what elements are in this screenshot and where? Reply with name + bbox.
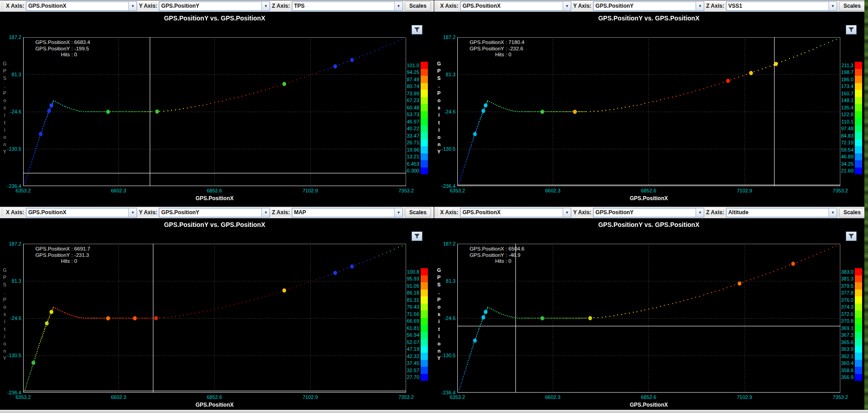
y-axis-label: Y Axis: — [573, 209, 591, 216]
z-axis-dropdown[interactable]: TPS ▼ — [292, 1, 403, 11]
chart-panel-altitude: X Axis: GPS.PositionX ▼ Y Axis: GPS.Posi… — [434, 206, 868, 413]
colorbar-row: 94.25 — [397, 69, 428, 76]
x-tick-label: 6353.2 — [446, 188, 469, 193]
colorbar-row: 32.57 — [397, 367, 428, 374]
z-axis-label: Z Axis: — [272, 3, 290, 9]
colorbar-color-cell — [421, 353, 428, 360]
colorbar-row: 67.23 — [397, 97, 428, 104]
plot-title: GPS.PositionY vs. GPS.PositionX — [457, 15, 840, 22]
colorbar-row: 59.54 — [831, 146, 863, 153]
y-tick-label: 81.3 — [434, 72, 456, 77]
chevron-down-icon[interactable]: ▼ — [261, 2, 270, 10]
y-axis-dropdown[interactable]: GPS.PositionY ▼ — [159, 1, 270, 11]
x-axis-dropdown[interactable]: GPS.PositionX ▼ — [26, 208, 137, 217]
y-tick-label: -130.5 — [434, 353, 456, 358]
toolbar-grip-handle[interactable] — [435, 2, 438, 10]
colorbar-color-cell — [855, 275, 862, 283]
chart-panel-tps: X Axis: GPS.PositionX ▼ Y Axis: GPS.Posi… — [0, 0, 434, 206]
scatter-plot-canvas[interactable] — [0, 12, 434, 206]
colorbar-row: 87.49 — [397, 76, 428, 83]
colorbar-row: 211.3 — [831, 62, 863, 69]
scales-button[interactable]: Scales — [405, 208, 431, 217]
colorbar-color-cell — [855, 339, 862, 346]
scatter-plot-canvas[interactable] — [434, 12, 868, 206]
colorbar-row: 19.96 — [397, 146, 428, 153]
colorbar-row: 186.0 — [831, 76, 863, 83]
x-axis-dropdown[interactable]: GPS.PositionX ▼ — [460, 208, 571, 217]
funnel-icon — [848, 233, 854, 239]
chevron-down-icon[interactable]: ▼ — [563, 208, 571, 217]
colorbar-row: 135.4 — [831, 104, 863, 111]
scales-button[interactable]: Scales — [839, 1, 865, 11]
colorbar-tick-label: 198.7 — [831, 69, 855, 75]
colorbar-row: 101.0 — [397, 62, 428, 69]
chevron-down-icon[interactable]: ▼ — [394, 208, 402, 217]
y-tick-label: 187.2 — [0, 241, 21, 246]
x-tick-label: 7353.2 — [394, 188, 418, 193]
colorbar-row: 97.48 — [831, 125, 863, 133]
chevron-down-icon[interactable]: ▼ — [829, 2, 837, 10]
colorbar-tick-label: 52.07 — [397, 339, 421, 345]
y-tick-label: 81.3 — [434, 278, 456, 284]
x-tick-label: 7353.2 — [829, 394, 852, 400]
colorbar-row: 379.5 — [831, 282, 863, 290]
colorbar-row: 381.3 — [831, 275, 863, 283]
colorbar-tick-label: 37.45 — [397, 360, 421, 366]
scatter-plot-canvas[interactable] — [0, 218, 434, 413]
z-axis-dropdown[interactable]: Altitude ▼ — [726, 208, 837, 217]
filter-button[interactable] — [412, 231, 422, 241]
colorbar-tick-label: 60.48 — [397, 105, 421, 110]
y-axis-dropdown[interactable]: GPS.PositionY ▼ — [593, 1, 704, 11]
toolbar-grip-handle[interactable] — [435, 208, 438, 216]
colorbar-tick-label: 91.05 — [397, 283, 421, 289]
z-axis-dropdown[interactable]: MAP ▼ — [292, 208, 403, 217]
colorbar-color-cell — [421, 324, 428, 332]
colorbar-row: 383.0 — [831, 268, 863, 275]
chevron-down-icon[interactable]: ▼ — [394, 2, 402, 10]
chevron-down-icon[interactable]: ▼ — [696, 2, 704, 10]
scatter-plot-canvas[interactable] — [434, 218, 868, 413]
x-axis-dropdown[interactable]: GPS.PositionX ▼ — [26, 1, 137, 11]
y-axis-dropdown[interactable]: GPS.PositionY ▼ — [159, 208, 270, 217]
toolbar-grip-handle[interactable] — [1, 2, 4, 10]
colorbar-color-cell — [421, 167, 428, 175]
colorbar-row: 53.73 — [397, 111, 428, 118]
chevron-down-icon[interactable]: ▼ — [829, 208, 837, 217]
chevron-down-icon[interactable]: ▼ — [128, 2, 137, 10]
colorbar-color-cell — [855, 160, 862, 167]
colorbar-row: 122.8 — [831, 111, 863, 118]
chevron-down-icon[interactable]: ▼ — [261, 208, 270, 217]
colorbar-color-cell — [421, 310, 428, 318]
z-axis-dropdown[interactable]: VSS1 ▼ — [726, 1, 837, 11]
colorbar-color-cell — [855, 282, 862, 290]
colorbar-color-cell — [855, 62, 862, 69]
chevron-down-icon[interactable]: ▼ — [563, 2, 571, 10]
filter-button[interactable] — [846, 231, 857, 241]
colorbar-row: 370.8 — [831, 318, 863, 325]
x-tick-label: 6602.3 — [107, 188, 130, 193]
colorbar-tick-label: 40.22 — [397, 126, 421, 131]
chevron-down-icon[interactable]: ▼ — [128, 208, 137, 217]
filter-button[interactable] — [846, 25, 857, 34]
chevron-down-icon[interactable]: ▼ — [696, 208, 704, 217]
colorbar-tick-label: 32.57 — [397, 368, 421, 373]
colorbar-tick-label: 370.8 — [831, 318, 855, 324]
filter-button[interactable] — [412, 25, 422, 34]
scales-button[interactable]: Scales — [839, 208, 865, 217]
y-tick-label: -130.5 — [0, 353, 21, 358]
colorbar-color-cell — [855, 268, 862, 275]
colorbar-tick-label: 186.0 — [831, 77, 855, 82]
colorbar-tick-label: 80.74 — [397, 84, 421, 89]
colorbar-row: 198.7 — [831, 69, 863, 76]
colorbar-tick-label: 73.99 — [397, 91, 421, 96]
scales-button[interactable]: Scales — [405, 1, 431, 11]
y-axis-dropdown[interactable]: GPS.PositionY ▼ — [593, 208, 704, 217]
colorbar-tick-label: 95.93 — [397, 276, 421, 281]
colorbar-tick-label: 369.1 — [831, 325, 855, 331]
colorbar-color-cell — [855, 296, 862, 304]
x-axis-dropdown[interactable]: GPS.PositionX ▼ — [460, 1, 571, 11]
colorbar-color-cell — [421, 125, 428, 133]
x-axis-title: GPS.PositionX — [23, 402, 406, 408]
axis-toolbar: X Axis: GPS.PositionX ▼ Y Axis: GPS.Posi… — [0, 0, 434, 12]
toolbar-grip-handle[interactable] — [1, 208, 4, 216]
